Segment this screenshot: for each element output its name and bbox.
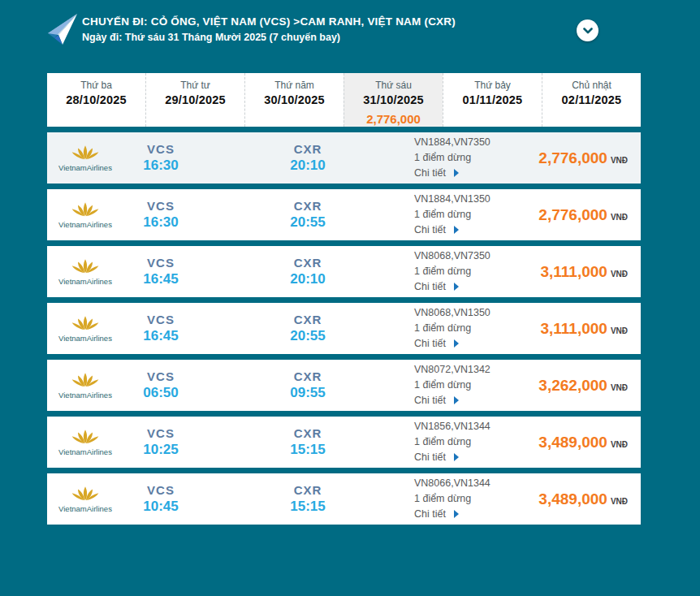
departure-code: VCS	[120, 142, 201, 156]
arrival-time: 15:15	[201, 499, 414, 515]
departure-time: 16:30	[120, 214, 201, 231]
price-cell: 2,776,000VNĐ	[534, 149, 641, 167]
flight-row[interactable]: VietnamAirlines VCS 16:45 CXR 20:10 VN80…	[47, 246, 641, 297]
departure-cell: VCS 10:25	[120, 426, 201, 458]
price-cell: 2,776,000VNĐ	[534, 206, 641, 224]
lotus-icon	[71, 258, 100, 276]
date-tab-day: Thứ bảy	[443, 80, 542, 91]
departure-code: VCS	[120, 369, 201, 383]
airline-name: VietnamAirlines	[58, 447, 112, 456]
date-tab[interactable]: Thứ sáu 31/10/2025 2,776,000	[344, 73, 443, 127]
airline-logo: VietnamAirlines	[47, 486, 120, 513]
departure-code: VCS	[120, 256, 201, 270]
trip-subtitle: Ngày đi: Thứ sáu 31 Tháng Mười 2025 (7 c…	[82, 32, 456, 43]
date-tab[interactable]: Thứ tư 29/10/2025	[145, 73, 244, 127]
arrival-code: CXR	[201, 256, 414, 270]
flight-row[interactable]: VietnamAirlines VCS 06:50 CXR 09:55 VN80…	[47, 360, 641, 411]
play-arrow-icon	[454, 396, 459, 404]
stops-label: 1 điểm dừng	[414, 321, 534, 336]
details-label: Chi tiết	[414, 393, 446, 408]
chevron-down-icon	[583, 28, 593, 34]
details-link[interactable]: Chi tiết	[414, 279, 534, 295]
stops-label: 1 điểm dừng	[414, 434, 534, 450]
flight-row[interactable]: VietnamAirlines VCS 16:45 CXR 20:55 VN80…	[47, 303, 641, 354]
arrival-code: CXR	[201, 313, 414, 326]
flight-row[interactable]: VietnamAirlines VCS 16:30 CXR 20:10 VN18…	[47, 132, 641, 184]
flight-row[interactable]: VietnamAirlines VCS 10:45 CXR 15:15 VN80…	[47, 473, 641, 525]
flight-row[interactable]: VietnamAirlines VCS 16:30 CXR 20:55 VN18…	[47, 189, 641, 240]
lotus-icon	[71, 372, 100, 390]
flight-info-cell: VN1884,VN7350 1 điểm dừng Chi tiết	[414, 135, 534, 180]
departure-code: VCS	[120, 426, 201, 440]
details-link[interactable]: Chi tiết	[414, 450, 534, 465]
date-tab-day: Thứ tư	[146, 80, 244, 91]
arrival-code: CXR	[201, 426, 414, 440]
departure-cell: VCS 06:50	[120, 369, 201, 401]
price-cell: 3,489,000VNĐ	[534, 434, 641, 451]
flight-row[interactable]: VietnamAirlines VCS 10:25 CXR 15:15 VN18…	[47, 417, 641, 468]
details-link[interactable]: Chi tiết	[414, 336, 534, 352]
flight-results-page: CHUYẾN ĐI: CỎ ỐNG, VIỆT NAM (VCS) >CAM R…	[0, 0, 700, 596]
lotus-icon	[71, 201, 100, 219]
details-link[interactable]: Chi tiết	[414, 222, 534, 238]
arrival-time: 20:55	[201, 214, 414, 231]
arrival-cell: CXR 20:55	[201, 199, 414, 231]
price-value: 3,111,000	[540, 320, 607, 337]
date-tab[interactable]: Thứ ba 28/10/2025	[47, 73, 145, 127]
departure-cell: VCS 16:45	[120, 313, 201, 344]
details-label: Chi tiết	[414, 507, 446, 522]
departure-time: 10:45	[120, 499, 201, 515]
date-tab-day: Thứ năm	[245, 80, 344, 91]
collapse-button[interactable]	[577, 19, 598, 41]
flight-numbers: VN8072,VN1342	[414, 362, 534, 378]
date-tab-bar: Thứ ba 28/10/2025 Thứ tư 29/10/2025 Thứ …	[47, 73, 641, 127]
stops-label: 1 điểm dừng	[414, 491, 534, 507]
details-link[interactable]: Chi tiết	[414, 507, 534, 522]
airline-name: VietnamAirlines	[58, 391, 112, 399]
arrival-time: 20:55	[201, 328, 414, 344]
price-cell: 3,262,000VNĐ	[534, 377, 641, 395]
play-arrow-icon	[454, 283, 459, 291]
arrival-cell: CXR 15:15	[201, 483, 414, 515]
details-link[interactable]: Chi tiết	[414, 166, 534, 181]
date-tab-day: Thứ sáu	[344, 80, 443, 91]
details-link[interactable]: Chi tiết	[414, 393, 534, 408]
lotus-icon	[71, 486, 100, 503]
airline-logo: VietnamAirlines	[47, 258, 120, 286]
details-label: Chi tiết	[414, 336, 446, 352]
date-tab-date: 28/10/2025	[47, 93, 145, 106]
date-tab[interactable]: Thứ bảy 01/11/2025	[443, 73, 542, 127]
departure-time: 06:50	[120, 385, 201, 401]
flight-numbers: VN8068,VN7350	[414, 248, 534, 264]
date-tab-day: Thứ ba	[47, 80, 145, 91]
airline-logo: VietnamAirlines	[47, 372, 120, 399]
play-arrow-icon	[454, 453, 459, 461]
date-tab-day: Chủ nhật	[542, 80, 641, 91]
airline-logo: VietnamAirlines	[47, 315, 120, 343]
date-tab[interactable]: Thứ năm 30/10/2025	[244, 73, 344, 127]
airline-logo: VietnamAirlines	[47, 201, 120, 229]
date-tab[interactable]: Chủ nhật 02/11/2025	[542, 73, 641, 127]
departure-cell: VCS 16:30	[120, 199, 201, 231]
arrival-cell: CXR 20:55	[201, 313, 414, 344]
details-label: Chi tiết	[414, 166, 446, 181]
departure-cell: VCS 16:30	[120, 142, 201, 174]
trip-header: CHUYẾN ĐI: CỎ ỐNG, VIỆT NAM (VCS) >CAM R…	[45, 11, 655, 48]
currency-label: VNĐ	[611, 213, 628, 222]
play-arrow-icon	[454, 510, 459, 518]
stops-label: 1 điểm dừng	[414, 207, 534, 222]
price-value: 3,111,000	[540, 263, 607, 280]
arrival-time: 20:10	[201, 271, 414, 287]
lotus-icon	[71, 429, 100, 447]
airline-logo: VietnamAirlines	[47, 429, 120, 456]
stops-label: 1 điểm dừng	[414, 378, 534, 393]
flight-info-cell: VN8072,VN1342 1 điểm dừng Chi tiết	[414, 362, 534, 408]
arrival-code: CXR	[201, 369, 414, 383]
price-value: 2,776,000	[538, 206, 607, 223]
departure-time: 10:25	[120, 442, 201, 458]
arrival-cell: CXR 20:10	[201, 142, 414, 174]
airline-logo: VietnamAirlines	[47, 145, 120, 172]
price-value: 3,489,000	[538, 434, 607, 451]
currency-label: VNĐ	[611, 156, 628, 165]
price-value: 2,776,000	[538, 149, 607, 166]
